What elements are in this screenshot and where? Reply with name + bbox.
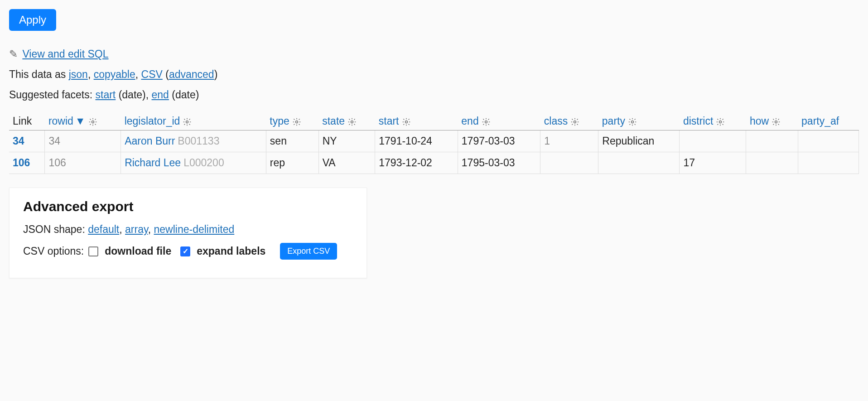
legislator-link[interactable]: Richard Lee xyxy=(125,157,181,169)
cell-class: 1 xyxy=(540,130,598,152)
cell-party xyxy=(598,152,680,174)
json-link[interactable]: json xyxy=(69,68,88,80)
gear-icon[interactable] xyxy=(716,115,725,127)
gear-icon[interactable] xyxy=(482,115,491,127)
cell-legislator: Richard LeeL000200 xyxy=(121,152,266,174)
data-as-line: This data as json, copyable, CSV (advanc… xyxy=(9,68,859,81)
gear-icon[interactable] xyxy=(347,115,357,127)
cell-end: 1795-03-03 xyxy=(458,152,540,174)
cell-legislator: Aaron BurrB001133 xyxy=(121,130,266,152)
csv-options-line: CSV options: download file ✓ expand labe… xyxy=(23,243,353,260)
cell-district: 17 xyxy=(680,152,746,174)
cell-rowid: 34 xyxy=(45,130,121,152)
cell-party: Republican xyxy=(598,130,680,152)
col-legislator-id[interactable]: legislator_id xyxy=(121,112,266,130)
cell-start: 1791-10-24 xyxy=(375,130,458,152)
table-row: 106 106 Richard LeeL000200 rep VA 1793-1… xyxy=(9,152,859,174)
sort-desc-icon: ▼ xyxy=(75,115,86,127)
col-link: Link xyxy=(9,112,45,130)
svg-point-5 xyxy=(485,121,487,123)
table-row: 34 34 Aaron BurrB001133 sen NY 1791-10-2… xyxy=(9,130,859,152)
svg-point-4 xyxy=(405,121,407,123)
data-as-prefix: This data as xyxy=(9,68,69,80)
cell-link: 106 xyxy=(9,152,45,174)
col-class[interactable]: class xyxy=(540,112,598,130)
cell-party-af xyxy=(798,130,858,152)
cell-state: NY xyxy=(318,130,375,152)
cell-party-af xyxy=(798,152,858,174)
data-table: Link rowid▼ legislator_id type state sta… xyxy=(9,112,859,174)
svg-point-0 xyxy=(92,121,94,123)
gear-icon[interactable] xyxy=(88,115,97,127)
gear-icon[interactable] xyxy=(402,115,411,127)
col-how[interactable]: how xyxy=(746,112,798,130)
col-start[interactable]: start xyxy=(375,112,458,130)
view-edit-sql-link[interactable]: View and edit SQL xyxy=(22,48,108,60)
pencil-icon: ✎ xyxy=(9,48,18,60)
facet-start-link[interactable]: start xyxy=(96,89,116,101)
copyable-link[interactable]: copyable xyxy=(94,68,135,80)
col-type[interactable]: type xyxy=(266,112,318,130)
svg-point-9 xyxy=(775,121,777,123)
download-file-label: download file xyxy=(105,245,171,257)
legislator-id: B001133 xyxy=(178,135,219,147)
cell-district xyxy=(680,130,746,152)
row-link[interactable]: 34 xyxy=(13,135,24,147)
csv-link[interactable]: CSV xyxy=(141,68,163,80)
gear-icon[interactable] xyxy=(292,115,301,127)
json-shape-default[interactable]: default xyxy=(88,223,119,235)
svg-point-1 xyxy=(186,121,188,123)
cell-rowid: 106 xyxy=(45,152,121,174)
apply-button[interactable]: Apply xyxy=(9,9,56,31)
gear-icon[interactable] xyxy=(183,115,192,127)
svg-point-8 xyxy=(719,121,722,123)
export-title: Advanced export xyxy=(23,199,353,214)
cell-class xyxy=(540,152,598,174)
svg-point-3 xyxy=(351,121,353,123)
cell-how xyxy=(746,130,798,152)
facet-end-link[interactable]: end xyxy=(152,89,169,101)
cell-type: sen xyxy=(266,130,318,152)
cell-type: rep xyxy=(266,152,318,174)
json-shape-line: JSON shape: default, array, newline-deli… xyxy=(23,223,353,236)
svg-point-6 xyxy=(574,121,576,123)
legislator-link[interactable]: Aaron Burr xyxy=(125,135,175,147)
expand-labels-checkbox[interactable]: ✓ xyxy=(180,246,190,256)
svg-point-7 xyxy=(631,121,633,123)
suggested-facets-line: Suggested facets: start (date), end (dat… xyxy=(9,89,859,101)
cell-how xyxy=(746,152,798,174)
row-link[interactable]: 106 xyxy=(13,157,30,169)
gear-icon[interactable] xyxy=(772,115,781,127)
col-rowid[interactable]: rowid▼ xyxy=(45,112,121,130)
gear-icon[interactable] xyxy=(628,115,637,127)
cell-link: 34 xyxy=(9,130,45,152)
advanced-link[interactable]: advanced xyxy=(169,68,214,80)
col-party[interactable]: party xyxy=(598,112,680,130)
gear-icon[interactable] xyxy=(570,115,579,127)
cell-start: 1793-12-02 xyxy=(375,152,458,174)
cell-end: 1797-03-03 xyxy=(458,130,540,152)
facets-prefix: Suggested facets: xyxy=(9,89,96,101)
expand-labels-label: expand labels xyxy=(197,245,265,257)
json-shape-newline[interactable]: newline-delimited xyxy=(154,223,235,235)
csv-options-label: CSV options: xyxy=(23,245,84,257)
json-shape-array[interactable]: array xyxy=(125,223,148,235)
legislator-id: L000200 xyxy=(183,157,224,169)
svg-point-2 xyxy=(295,121,298,123)
download-file-checkbox[interactable] xyxy=(88,246,98,256)
col-party-af[interactable]: party_af xyxy=(798,112,858,130)
col-end[interactable]: end xyxy=(458,112,540,130)
col-state[interactable]: state xyxy=(318,112,375,130)
cell-state: VA xyxy=(318,152,375,174)
export-csv-button[interactable]: Export CSV xyxy=(280,243,337,260)
advanced-export-panel: Advanced export JSON shape: default, arr… xyxy=(9,188,367,278)
col-district[interactable]: district xyxy=(680,112,746,130)
